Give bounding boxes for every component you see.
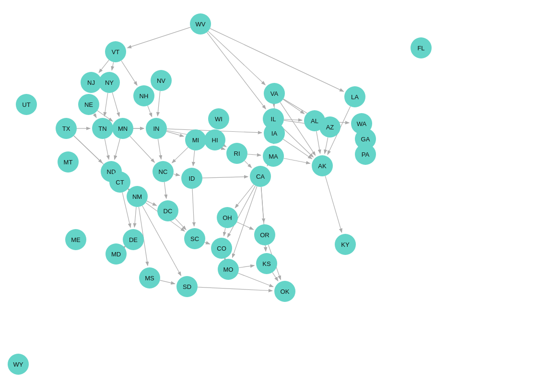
graph-edge: [128, 27, 190, 48]
node-WV[interactable]: WV: [190, 13, 211, 35]
node-ME[interactable]: ME: [65, 229, 86, 250]
node-NE[interactable]: NE: [78, 94, 99, 115]
node-label: WI: [215, 115, 223, 123]
node-SC[interactable]: SC: [184, 228, 205, 249]
node-CO[interactable]: CO: [211, 238, 232, 259]
graph-edge: [112, 62, 113, 70]
node-label: IA: [271, 130, 278, 137]
node-label: HI: [212, 137, 218, 144]
graph-edge: [105, 93, 108, 116]
graph-edge: [281, 126, 313, 157]
graph-edge: [173, 174, 179, 175]
nodes-layer: WVVTNVFLNJNYNHVALAUTNEWIILALAZWATXTNMNIN…: [8, 13, 432, 375]
node-label: MS: [145, 275, 154, 282]
node-MN[interactable]: MN: [112, 118, 133, 139]
node-NJ[interactable]: NJ: [81, 72, 102, 93]
node-RI[interactable]: RI: [226, 143, 247, 164]
node-label: IN: [153, 125, 160, 132]
node-CT[interactable]: CT: [109, 172, 130, 193]
node-label: IL: [271, 115, 276, 123]
node-label: CO: [217, 245, 226, 252]
node-label: VA: [270, 90, 279, 97]
node-label: NH: [140, 92, 149, 100]
node-IA[interactable]: IA: [264, 123, 285, 144]
graph-edge: [172, 147, 188, 163]
graph-edge: [265, 245, 266, 251]
graph-edge: [148, 106, 152, 117]
graph-edge: [130, 136, 154, 162]
node-TN[interactable]: TN: [92, 118, 113, 139]
node-label: OH: [223, 214, 232, 221]
node-label: ME: [71, 236, 81, 243]
graph-edge: [112, 92, 119, 116]
node-label: NE: [84, 101, 93, 108]
node-MA[interactable]: MA: [263, 146, 284, 167]
graph-edge: [105, 139, 109, 160]
node-ID[interactable]: ID: [181, 168, 202, 189]
graph-edge: [210, 28, 344, 92]
node-WY[interactable]: WY: [8, 354, 29, 375]
graph-edge: [284, 158, 310, 163]
node-VT[interactable]: VT: [105, 41, 126, 62]
node-WI[interactable]: WI: [208, 108, 229, 129]
graph-edge: [267, 165, 268, 166]
node-CA[interactable]: CA: [250, 166, 271, 187]
node-NV[interactable]: NV: [151, 70, 172, 91]
node-label: NV: [157, 77, 165, 84]
graph-edge: [202, 177, 248, 178]
node-label: TX: [62, 125, 70, 132]
graph-container: WVVTNVFLNJNYNHVALAUTNEWIILALAZWATXTNMNIN…: [0, 0, 540, 392]
node-DE[interactable]: DE: [123, 229, 144, 250]
node-MO[interactable]: MO: [218, 259, 239, 280]
node-NH[interactable]: NH: [133, 85, 154, 106]
node-IN[interactable]: IN: [146, 118, 167, 139]
node-FL[interactable]: FL: [411, 37, 432, 58]
node-VA[interactable]: VA: [264, 83, 285, 104]
node-label: MT: [64, 159, 73, 166]
graph-edge: [99, 60, 109, 72]
node-label: GA: [361, 136, 370, 143]
node-MS[interactable]: MS: [139, 267, 160, 288]
node-label: LA: [351, 93, 359, 101]
graph-edge: [237, 222, 253, 230]
node-KY[interactable]: KY: [335, 234, 356, 255]
node-label: VT: [112, 48, 120, 56]
node-label: ID: [189, 175, 195, 182]
node-label: OK: [281, 288, 290, 295]
node-DC[interactable]: DC: [157, 200, 178, 221]
node-label: NC: [159, 168, 168, 175]
node-PA[interactable]: PA: [355, 144, 376, 165]
node-LA[interactable]: LA: [344, 86, 365, 107]
graph-edge: [245, 161, 252, 167]
node-label: UT: [22, 101, 30, 108]
node-OR[interactable]: OR: [254, 224, 275, 245]
node-NM[interactable]: NM: [127, 186, 148, 207]
node-KS[interactable]: KS: [256, 253, 277, 274]
graph-edge: [238, 273, 273, 287]
node-SD[interactable]: SD: [176, 276, 198, 297]
node-label: MO: [223, 266, 234, 273]
graph-edge: [325, 176, 342, 232]
node-AK[interactable]: AK: [312, 155, 333, 176]
node-AZ[interactable]: AZ: [319, 116, 340, 138]
node-MT[interactable]: MT: [58, 151, 79, 173]
node-HI[interactable]: HI: [204, 129, 225, 150]
node-MD[interactable]: MD: [106, 243, 127, 265]
graph-edge: [224, 145, 226, 147]
graph-edge: [198, 287, 272, 291]
node-UT[interactable]: UT: [16, 94, 37, 115]
node-NC[interactable]: NC: [153, 161, 174, 182]
node-OK[interactable]: OK: [274, 281, 295, 302]
graph-edge: [158, 91, 160, 116]
node-TX[interactable]: TX: [56, 118, 77, 139]
node-NY[interactable]: NY: [99, 72, 120, 93]
graph-edge: [325, 138, 328, 154]
node-label: WA: [357, 120, 367, 127]
node-label: AZ: [326, 124, 334, 131]
graph-edge: [207, 32, 266, 109]
node-label: SC: [190, 235, 199, 242]
node-label: KS: [262, 260, 271, 267]
node-MI[interactable]: MI: [185, 129, 206, 150]
node-OH[interactable]: OH: [217, 207, 238, 228]
node-label: DE: [129, 236, 138, 243]
